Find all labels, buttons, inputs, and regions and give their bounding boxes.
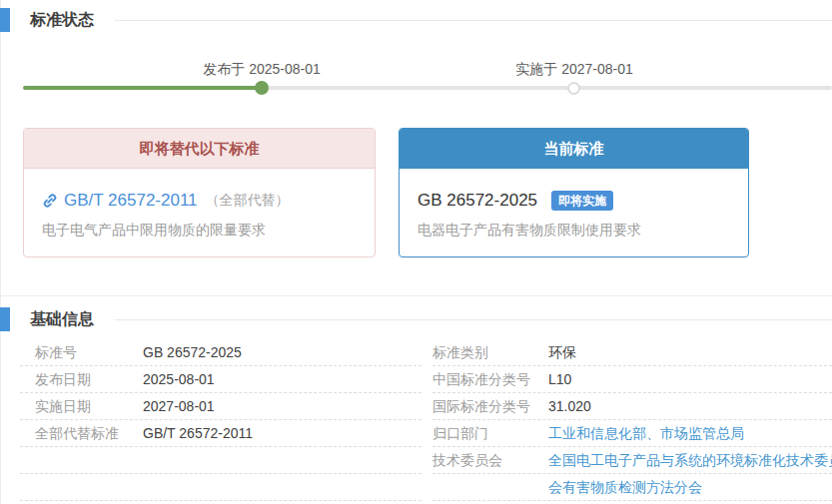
row-label: 发布日期 <box>20 366 143 392</box>
row-label: 中国标准分类号 <box>432 366 548 392</box>
replaced-standard-description: 电子电气产品中限用物质的限量要求 <box>42 222 357 240</box>
table-row: 发布日期 2025-08-01 <box>20 366 421 393</box>
table-row: 标准号 GB 26572-2025 <box>20 339 421 366</box>
table-row: 技术委员会 全国电工电子产品与系统的环境标准化技术委员 <box>432 447 832 474</box>
current-standard-description: 电器电子产品有害物质限制使用要求 <box>417 222 730 240</box>
department-link[interactable]: 工业和信息化部、市场监管总局 <box>548 420 744 446</box>
replace-scope-note: （全部代替） <box>206 192 290 210</box>
table-row: 中国标准分类号 L10 <box>432 366 832 393</box>
table-row: 会有害物质检测方法分会 <box>432 474 832 501</box>
table-row: 标准类别 环保 <box>432 339 832 366</box>
timeline-published-label: 发布于 2025-08-01 <box>203 61 321 79</box>
section-info-accent-bar <box>0 307 10 331</box>
section-divider <box>0 295 832 296</box>
row-value: 环保 <box>548 339 576 365</box>
table-row: 全部代替标准 GB/T 26572-2011 <box>20 420 421 447</box>
page-left-border <box>0 0 1 504</box>
section-status-rule <box>115 20 832 21</box>
row-label: 实施日期 <box>20 393 143 419</box>
row-value: 31.020 <box>548 393 591 419</box>
section-info-rule <box>115 319 832 320</box>
row-value: 2027-08-01 <box>143 393 215 419</box>
row-label: 国际标准分类号 <box>432 393 548 419</box>
row-value: L10 <box>548 366 571 392</box>
current-card-header: 当前标准 <box>400 129 748 169</box>
info-table-right-column: 标准类别 环保 中国标准分类号 L10 国际标准分类号 31.020 归口部门 … <box>432 339 832 501</box>
info-table-left-column: 标准号 GB 26572-2025 发布日期 2025-08-01 实施日期 2… <box>20 339 421 501</box>
table-row: 国际标准分类号 31.020 <box>432 393 832 420</box>
timeline-segment-done <box>23 86 262 90</box>
timeline-dot-implemented <box>567 82 580 95</box>
row-label: 标准号 <box>20 339 143 365</box>
committee-link[interactable]: 全国电工电子产品与系统的环境标准化技术委员 <box>548 447 832 473</box>
replaced-standard-card: 即将替代以下标准 GB/T 26572-2011 （全部代替） 电子电气产品中限… <box>23 128 376 257</box>
table-row <box>20 447 421 474</box>
table-row: 实施日期 2027-08-01 <box>20 393 421 420</box>
status-badge: 即将实施 <box>551 191 613 211</box>
link-icon <box>42 193 58 209</box>
row-value: 2025-08-01 <box>143 366 215 392</box>
row-label <box>20 447 143 473</box>
row-value: GB 26572-2025 <box>143 339 242 365</box>
row-label: 归口部门 <box>432 420 548 446</box>
section-status-accent-bar <box>0 8 10 32</box>
table-row: 归口部门 工业和信息化部、市场监管总局 <box>432 420 832 447</box>
table-row <box>20 474 421 501</box>
timeline-segment-pending <box>262 86 832 90</box>
row-label: 标准类别 <box>432 339 548 365</box>
section-info-title: 基础信息 <box>30 307 94 331</box>
row-label: 全部代替标准 <box>20 420 143 446</box>
current-standard-card: 当前标准 GB 26572-2025 即将实施 电器电子产品有害物质限制使用要求 <box>399 128 749 257</box>
replaced-standard-link[interactable]: GB/T 26572-2011 <box>64 191 198 211</box>
row-label <box>20 474 143 500</box>
row-label <box>432 474 548 500</box>
current-standard-number: GB 26572-2025 <box>417 191 537 211</box>
replaced-card-header: 即将替代以下标准 <box>24 129 375 169</box>
timeline-dot-published <box>255 81 269 95</box>
section-status-title: 标准状态 <box>30 8 94 32</box>
row-value: GB/T 26572-2011 <box>143 420 253 446</box>
timeline-implemented-label: 实施于 2027-08-01 <box>515 61 633 79</box>
committee-link-continued[interactable]: 会有害物质检测方法分会 <box>548 474 702 500</box>
row-label: 技术委员会 <box>432 447 548 473</box>
